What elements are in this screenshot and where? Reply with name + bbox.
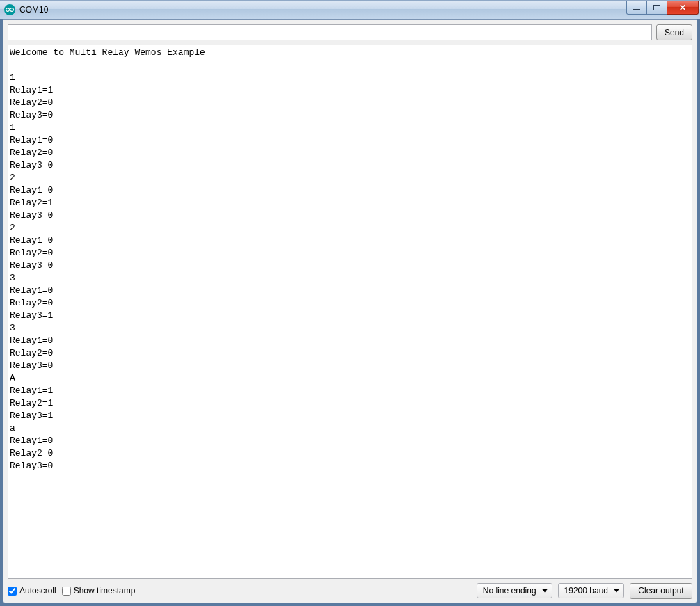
timestamp-input[interactable] — [62, 587, 71, 596]
maximize-button[interactable] — [646, 1, 667, 15]
autoscroll-label: Autoscroll — [19, 586, 56, 596]
timestamp-checkbox[interactable]: Show timestamp — [62, 586, 136, 596]
serial-input[interactable] — [8, 24, 652, 40]
chevron-down-icon — [614, 589, 619, 593]
clear-output-button[interactable]: Clear output — [630, 583, 692, 599]
chevron-down-icon — [542, 589, 548, 593]
minimize-button[interactable] — [626, 1, 647, 15]
baud-rate-value: 19200 baud — [564, 586, 608, 596]
line-ending-value: No line ending — [483, 586, 536, 596]
close-button[interactable]: ✕ — [667, 1, 699, 15]
send-row: Send — [3, 20, 697, 45]
line-ending-select[interactable]: No line ending — [477, 583, 552, 598]
timestamp-label: Show timestamp — [74, 586, 136, 596]
baud-rate-select[interactable]: 19200 baud — [558, 583, 624, 598]
arduino-icon — [4, 4, 15, 15]
client-area: Send Welcome to Multi Relay Wemos Exampl… — [3, 19, 697, 603]
autoscroll-checkbox[interactable]: Autoscroll — [8, 586, 56, 596]
window-frame: COM10 ✕ Send Welcome to Multi Relay Wemo… — [0, 0, 700, 606]
window-controls: ✕ — [627, 1, 699, 15]
autoscroll-input[interactable] — [8, 587, 17, 596]
title-bar[interactable]: COM10 ✕ — [0, 0, 700, 19]
send-button[interactable]: Send — [656, 24, 692, 40]
window-title: COM10 — [19, 5, 48, 15]
footer-bar: Autoscroll Show timestamp No line ending… — [3, 579, 697, 603]
serial-output[interactable]: Welcome to Multi Relay Wemos Example 1 R… — [8, 45, 692, 579]
